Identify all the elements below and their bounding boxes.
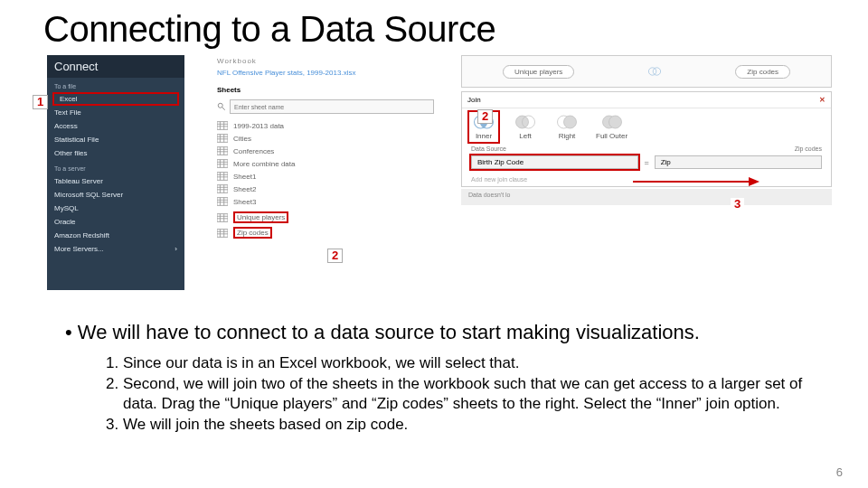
- sheets-label: Sheets: [217, 84, 434, 96]
- join-type-left[interactable]: Left: [513, 114, 538, 140]
- connect-item-mysql[interactable]: MySQL: [47, 202, 184, 215]
- svg-point-0: [218, 103, 222, 108]
- slide: Connecting to a Data Source Connect To a…: [0, 0, 868, 488]
- equals-label: =: [644, 158, 648, 167]
- slide-title: Connecting to a Data Source: [43, 9, 832, 50]
- data-source-row: Data Source Zip codes: [462, 144, 831, 154]
- workbook-header: Workbook: [217, 55, 434, 67]
- canvas-table-right[interactable]: Zip codes: [735, 65, 790, 79]
- sheet-name: Conferences: [233, 147, 274, 155]
- connect-header: Connect: [47, 55, 184, 78]
- sheet-row-unique-players[interactable]: Unique players: [217, 210, 434, 225]
- join-type-label: Left: [519, 132, 531, 140]
- sheet-name: Unique players: [233, 211, 288, 223]
- arrow-icon: [633, 175, 760, 188]
- sheet-icon: [217, 229, 228, 238]
- connect-item-moreservers[interactable]: More Servers... ›: [47, 242, 184, 256]
- sheet-icon: [217, 134, 228, 143]
- join-types: Inner Left Right Full Outer: [462, 108, 831, 144]
- connect-item-access[interactable]: Access: [47, 119, 184, 133]
- svg-point-48: [654, 68, 661, 75]
- svg-marker-58: [749, 177, 760, 186]
- sheet-row[interactable]: Sheet1: [217, 170, 434, 183]
- sheet-row[interactable]: More combine data: [217, 157, 434, 170]
- canvas-table-left[interactable]: Unique players: [503, 65, 574, 79]
- workbook-filename: NFL Offensive Player stats, 1999-2013.xl…: [217, 67, 434, 84]
- sheet-row[interactable]: 1999-2013 data: [217, 119, 434, 132]
- sheet-icon: [217, 184, 228, 193]
- join-type-right[interactable]: Right: [554, 114, 580, 140]
- sheet-icon: [217, 159, 228, 168]
- join-left-field[interactable]: Birth Zip Code: [471, 155, 638, 169]
- connect-item-excel[interactable]: Excel: [52, 92, 179, 106]
- svg-rect-12: [217, 147, 228, 155]
- callout-1: 1: [33, 95, 48, 109]
- svg-rect-2: [217, 122, 228, 130]
- step-item: Since our data is in an Excel workbook, …: [123, 353, 832, 372]
- sheet-name: Sheet2: [233, 185, 256, 193]
- workbook-panel: Workbook NFL Offensive Player stats, 199…: [217, 55, 434, 240]
- sheet-icon: [217, 146, 228, 155]
- venn-icon: [646, 66, 663, 77]
- join-dialog-title: Join: [467, 96, 481, 104]
- connect-item-oracle[interactable]: Oracle: [47, 215, 184, 229]
- page-number: 6: [836, 465, 843, 479]
- svg-rect-17: [217, 160, 228, 168]
- to-server-label: To a server: [47, 160, 184, 174]
- connect-item-mssql[interactable]: Microsoft SQL Server: [47, 188, 184, 202]
- svg-point-54: [564, 116, 577, 128]
- callout-2-sheets: 2: [327, 249, 343, 263]
- connect-item-textfile[interactable]: Text File: [47, 106, 184, 119]
- close-icon[interactable]: ✕: [819, 96, 826, 104]
- sheet-row[interactable]: Sheet3: [217, 195, 434, 208]
- sheet-row-zip-codes[interactable]: Zip codes: [217, 225, 434, 240]
- svg-point-56: [609, 116, 621, 128]
- sheet-row[interactable]: Sheet2: [217, 183, 434, 195]
- svg-point-47: [649, 68, 656, 75]
- ds-right-label: Zip codes: [646, 145, 822, 152]
- join-field-row: Birth Zip Code = Zip: [462, 154, 831, 174]
- bullet-text: We will have to connect to a data source…: [65, 321, 832, 344]
- join-type-label: Inner: [476, 132, 492, 140]
- sheet-search-row: [217, 99, 434, 114]
- svg-rect-37: [217, 213, 228, 221]
- join-right-field[interactable]: Zip: [655, 155, 822, 169]
- connect-item-redshift[interactable]: Amazon Redshift: [47, 229, 184, 242]
- body-text: We will have to connect to a data source…: [36, 321, 832, 434]
- svg-rect-27: [217, 185, 228, 193]
- step-item: We will join the sheets based on zip cod…: [123, 415, 832, 434]
- sheet-name: Cities: [233, 135, 251, 143]
- sheet-name: 1999-2013 data: [233, 122, 284, 130]
- sheet-icon: [217, 213, 228, 222]
- sheet-name: Sheet1: [233, 173, 256, 181]
- steps-list: Since our data is in an Excel workbook, …: [65, 353, 832, 434]
- sheet-row[interactable]: Conferences: [217, 145, 434, 157]
- sheet-row[interactable]: Cities: [217, 132, 434, 145]
- sheet-name: More combine data: [233, 160, 295, 168]
- sheet-icon: [217, 197, 228, 206]
- connect-panel: Connect To a file Excel Text File Access…: [47, 55, 184, 290]
- step-item: Second, we will join two of the sheets i…: [123, 374, 832, 413]
- sheet-search-input[interactable]: [230, 99, 434, 114]
- connect-item-statfile[interactable]: Statistical File: [47, 133, 184, 146]
- connect-item-otherfiles[interactable]: Other files: [47, 146, 184, 160]
- join-type-fullouter[interactable]: Full Outer: [596, 114, 627, 140]
- sheet-name: Sheet3: [233, 198, 256, 206]
- connect-item-tableauserver[interactable]: Tableau Server: [47, 174, 184, 188]
- to-file-label: To a file: [47, 78, 184, 92]
- sheet-icon: [217, 121, 228, 130]
- screenshot-area: Connect To a file Excel Text File Access…: [36, 55, 832, 317]
- svg-rect-32: [217, 198, 228, 206]
- grey-strip: Data doesn't lo: [461, 189, 832, 205]
- join-canvas: Unique players Zip codes: [461, 55, 832, 88]
- join-type-label: Full Outer: [596, 132, 627, 140]
- svg-rect-22: [217, 173, 228, 181]
- chevron-right-icon: ›: [175, 245, 177, 253]
- svg-rect-7: [217, 135, 228, 143]
- join-dialog: Join ✕ Inner Left Right Full Ou: [461, 91, 832, 187]
- join-type-label: Right: [559, 132, 576, 140]
- svg-rect-42: [217, 229, 228, 237]
- svg-line-1: [222, 108, 225, 110]
- callout-2-join: 2: [477, 109, 493, 124]
- search-icon: [217, 102, 226, 111]
